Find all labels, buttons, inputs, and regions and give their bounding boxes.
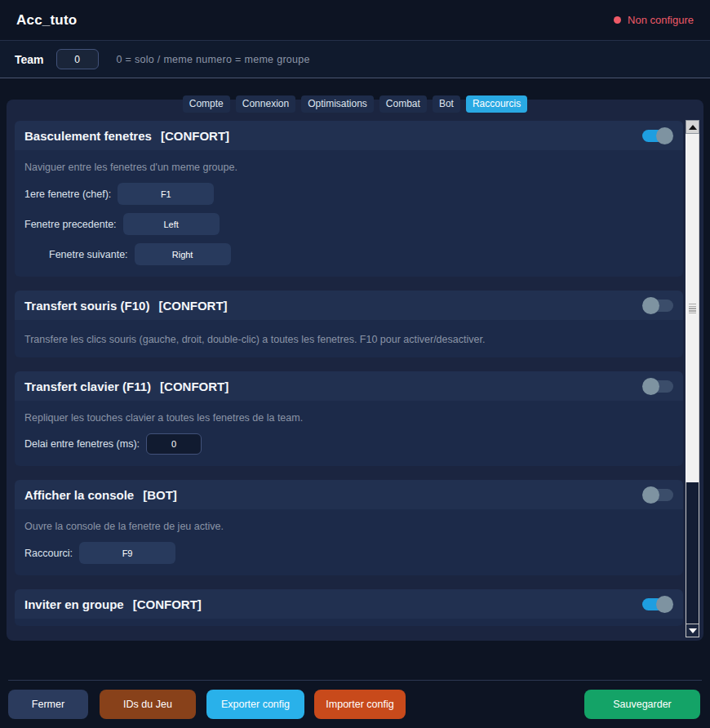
section-header: Inviter en groupe [CONFORT] — [15, 589, 683, 619]
scroll-up-button[interactable] — [686, 120, 699, 134]
section-header: Afficher la console [BOT] — [15, 480, 683, 509]
section-description: Transfere les clics souris (gauche, droi… — [24, 334, 673, 345]
section-tag: [CONFORT] — [133, 597, 202, 611]
sections-list: Basculement fenetres [CONFORT] Naviguer … — [15, 121, 683, 640]
field-label: 1ere fenetre (chef): — [24, 189, 111, 200]
scroll-down-button[interactable] — [686, 624, 699, 637]
keybind-button-console[interactable]: F9 — [79, 542, 175, 564]
keybind-button-precedente[interactable]: Left — [123, 213, 220, 235]
section-description: Naviguer entre les fenetres d'un meme gr… — [24, 162, 673, 173]
section-title: Inviter en groupe — [24, 597, 124, 611]
section-tag: [CONFORT] — [160, 380, 229, 393]
team-label: Team — [15, 53, 44, 66]
toggle-afficher-console[interactable] — [642, 486, 673, 504]
section-tag: [BOT] — [143, 488, 177, 502]
field-label: Raccourci: — [24, 548, 73, 559]
team-row: Team 0 = solo / meme numero = meme group… — [0, 41, 710, 78]
tab-raccourcis[interactable]: Raccourcis — [466, 95, 527, 113]
section-body: Ouvre la console de la fenetre de jeu ac… — [15, 509, 683, 575]
field-row-precedente: Fenetre precedente: Left — [24, 213, 673, 235]
tab-bot[interactable]: Bot — [433, 95, 460, 113]
save-button[interactable]: Sauvegarder — [584, 690, 700, 719]
status-text: Non configure — [628, 14, 694, 26]
toggle-transfert-clavier[interactable] — [642, 378, 673, 395]
footer-divider — [8, 680, 702, 681]
toggle-knob-icon — [656, 127, 673, 144]
section-title: Basculement fenetres — [24, 129, 152, 143]
scrollbar-thumb[interactable] — [686, 134, 699, 482]
team-number-input[interactable] — [56, 49, 99, 69]
footer-bar: Fermer IDs du Jeu Exporter config Import… — [0, 690, 710, 719]
section-description: Ouvre la console de la fenetre de jeu ac… — [24, 521, 673, 532]
close-button[interactable]: Fermer — [8, 690, 88, 719]
tab-optimisations[interactable]: Optimisations — [301, 95, 374, 113]
toggle-knob-icon — [642, 486, 659, 504]
toggle-knob-icon — [642, 378, 659, 395]
section-title: Transfert souris (F10) — [24, 299, 149, 313]
section-tag: [CONFORT] — [161, 129, 229, 143]
section-afficher-console: Afficher la console [BOT] Ouvre la conso… — [15, 480, 683, 575]
toggle-knob-icon — [656, 596, 673, 613]
game-ids-button[interactable]: IDs du Jeu — [100, 690, 196, 719]
section-transfert-souris: Transfert souris (F10) [CONFORT] Transfe… — [15, 291, 683, 357]
section-header: Basculement fenetres [CONFORT] — [15, 121, 683, 150]
status-dot-icon — [614, 16, 621, 24]
field-row-suivante: Fenetre suivante: Right — [49, 243, 673, 265]
field-label: Delai entre fenetres (ms): — [24, 438, 140, 450]
section-header: Transfert clavier (F11) [CONFORT] — [15, 371, 683, 401]
tab-compte[interactable]: Compte — [183, 95, 230, 113]
section-inviter-groupe: Inviter en groupe [CONFORT] — [15, 589, 683, 626]
field-row-raccourci: Raccourci: F9 — [24, 542, 673, 564]
title-bar: Acc_tuto Non configure — [0, 0, 710, 41]
toggle-knob-icon — [642, 297, 659, 314]
section-title: Transfert clavier (F11) — [24, 380, 151, 393]
section-tag: [CONFORT] — [158, 299, 227, 313]
keybind-button-suivante[interactable]: Right — [135, 243, 231, 265]
tab-combat[interactable]: Combat — [379, 95, 427, 113]
scroll-up-icon — [689, 125, 697, 130]
section-basculement-fenetres: Basculement fenetres [CONFORT] Naviguer … — [15, 121, 683, 277]
section-body: Naviguer entre les fenetres d'un meme gr… — [15, 150, 683, 277]
status-badge: Non configure — [614, 14, 694, 26]
section-body: Repliquer les touches clavier a toutes l… — [15, 401, 683, 466]
app-window: Acc_tuto Non configure Team 0 = solo / m… — [0, 0, 710, 728]
section-header: Transfert souris (F10) [CONFORT] — [15, 291, 683, 320]
page-title: Acc_tuto — [16, 12, 77, 29]
team-hint: 0 = solo / meme numero = meme groupe — [117, 54, 310, 65]
tab-connexion[interactable]: Connexion — [236, 95, 295, 113]
toggle-inviter-groupe[interactable] — [642, 596, 673, 613]
scroll-down-icon — [689, 628, 697, 633]
field-row-chef: 1ere fenetre (chef): F1 — [24, 183, 673, 205]
scrollbar — [686, 120, 699, 637]
field-row-delai: Delai entre fenetres (ms): — [24, 433, 673, 455]
field-label: Fenetre precedente: — [24, 219, 117, 230]
section-body — [15, 619, 683, 626]
section-description: Repliquer les touches clavier a toutes l… — [24, 412, 673, 424]
keybind-button-chef[interactable]: F1 — [118, 183, 214, 205]
toggle-basculement-fenetres[interactable] — [642, 127, 673, 144]
section-title: Afficher la console — [24, 488, 134, 502]
scrollbar-track[interactable] — [686, 482, 699, 624]
section-body: Transfere les clics souris (gauche, droi… — [15, 320, 683, 357]
tab-bar: Compte Connexion Optimisations Combat Bo… — [0, 95, 710, 113]
toggle-transfert-souris[interactable] — [642, 297, 673, 314]
delai-input[interactable] — [146, 433, 202, 455]
settings-panel: Basculement fenetres [CONFORT] Naviguer … — [7, 100, 703, 641]
export-config-button[interactable]: Exporter config — [206, 690, 304, 719]
scrollbar-grip-icon — [689, 303, 696, 313]
import-config-button[interactable]: Importer config — [314, 690, 406, 719]
field-label: Fenetre suivante: — [49, 249, 128, 260]
section-transfert-clavier: Transfert clavier (F11) [CONFORT] Repliq… — [15, 371, 683, 466]
